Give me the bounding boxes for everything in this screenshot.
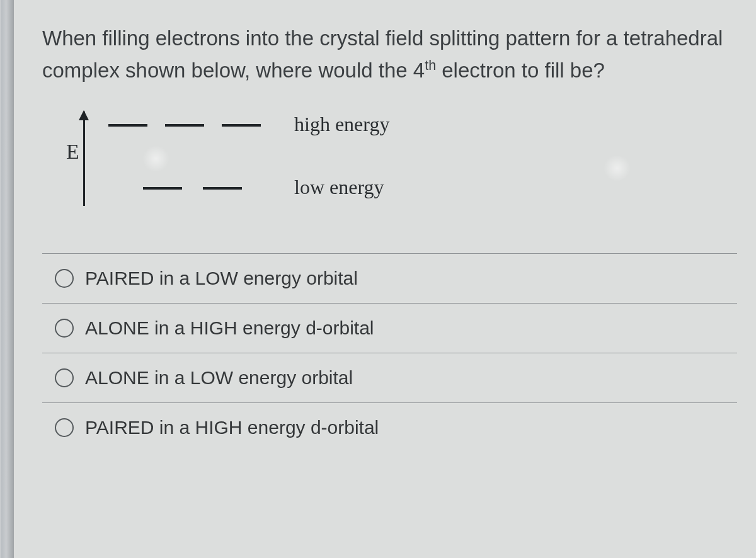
radio-icon[interactable] xyxy=(55,368,74,387)
high-energy-orbital-1 xyxy=(108,124,147,127)
question-text-part1: When filling electrons into the crystal … xyxy=(42,26,723,82)
low-energy-label: low energy xyxy=(294,176,384,199)
answer-option-label: PAIRED in a HIGH energy d-orbital xyxy=(85,417,379,438)
answer-options: PAIRED in a LOW energy orbital ALONE in … xyxy=(42,253,737,452)
answer-option-label: PAIRED in a LOW energy orbital xyxy=(85,268,358,289)
answer-option-4[interactable]: PAIRED in a HIGH energy d-orbital xyxy=(42,403,737,452)
question-card: When filling electrons into the crystal … xyxy=(13,0,756,558)
question-text-part2: electron to fill be? xyxy=(436,59,605,82)
question-prompt: When filling electrons into the crystal … xyxy=(42,22,737,86)
glare-artifact xyxy=(142,146,170,171)
energy-axis-arrow xyxy=(83,111,85,206)
answer-option-1[interactable]: PAIRED in a LOW energy orbital xyxy=(42,254,737,304)
high-energy-orbital-2 xyxy=(165,124,204,127)
low-energy-orbital-2 xyxy=(203,187,242,190)
glare-artifact xyxy=(603,156,631,181)
radio-icon[interactable] xyxy=(55,418,74,437)
answer-option-label: ALONE in a HIGH energy d-orbital xyxy=(85,317,374,339)
answer-option-2[interactable]: ALONE in a HIGH energy d-orbital xyxy=(42,304,737,353)
low-energy-orbital-1 xyxy=(143,187,182,190)
radio-icon[interactable] xyxy=(55,319,74,338)
answer-option-3[interactable]: ALONE in a LOW energy orbital xyxy=(42,353,737,403)
energy-level-diagram: E high energy low energy xyxy=(67,105,737,231)
high-energy-label: high energy xyxy=(294,113,389,136)
answer-option-label: ALONE in a LOW energy orbital xyxy=(85,367,353,389)
question-ordinal-sup: th xyxy=(425,58,436,73)
energy-axis-label: E xyxy=(65,140,81,164)
high-energy-orbital-3 xyxy=(222,124,261,127)
radio-icon[interactable] xyxy=(55,269,74,288)
page-edge xyxy=(1,0,14,558)
